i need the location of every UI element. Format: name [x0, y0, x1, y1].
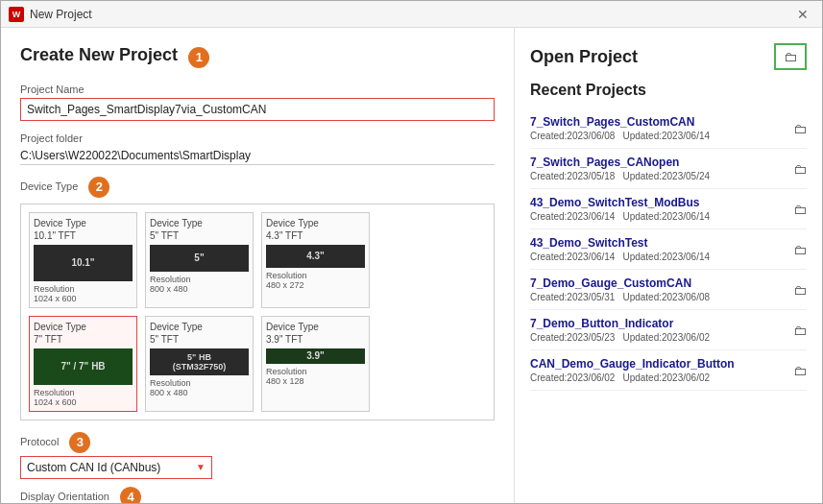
protocol-dropdown[interactable]: Custom CAN Id (CANbus) ▼ — [20, 456, 212, 479]
project-item[interactable]: 7_Switch_Pages_CANopen Created:2023/05/1… — [530, 149, 807, 189]
project-folder-group: Project folder — [20, 132, 495, 165]
device-type-group: Device Type 2 Device Type10.1" TFT 10.1"… — [20, 177, 495, 420]
project-item[interactable]: CAN_Demo_Gauge_Indicator_Button Created:… — [530, 350, 807, 391]
project-updated: Updated:2023/06/08 — [622, 292, 710, 302]
left-panel: Create New Project 1 Project Name Projec… — [1, 28, 515, 503]
project-updated: Updated:2023/05/24 — [622, 171, 710, 181]
projects-list: 7_Switch_Pages_CustomCAN Created:2023/06… — [530, 108, 807, 391]
create-title: Create New Project — [20, 45, 178, 64]
protocol-label: Protocol 3 — [20, 432, 495, 453]
device-card-43[interactable]: Device Type4.3" TFT 4.3" Resolution480 x… — [261, 212, 370, 308]
project-info: 7_Switch_Pages_CustomCAN Created:2023/06… — [530, 115, 786, 141]
open-project-title: Open Project — [530, 47, 638, 67]
project-updated: Updated:2023/06/14 — [622, 252, 710, 262]
project-created: Created:2023/05/18 — [530, 171, 615, 181]
badge-3: 3 — [69, 432, 90, 453]
project-name: 7_Demo_Gauge_CustomCAN — [530, 276, 786, 290]
project-name-input[interactable] — [20, 98, 495, 121]
project-item[interactable]: 43_Demo_SwitchTest Created:2023/06/14 Up… — [530, 229, 807, 270]
project-updated: Updated:2023/06/14 — [622, 131, 710, 141]
project-info: 43_Demo_SwitchTest_ModBus Created:2023/0… — [530, 196, 786, 222]
badge-4: 4 — [120, 487, 141, 503]
main-window: W New Project ✕ Create New Project 1 Pro… — [0, 0, 823, 504]
create-header: Create New Project 1 — [20, 45, 495, 68]
project-folder-icon: 🗀 — [793, 323, 807, 338]
project-folder-input[interactable] — [20, 147, 495, 165]
project-name: CAN_Demo_Gauge_Indicator_Button — [530, 357, 786, 371]
device-card-7[interactable]: Device Type7" TFT 7" / 7" HB Resolution1… — [29, 316, 137, 412]
project-meta: Created:2023/06/08 Updated:2023/06/14 — [530, 131, 786, 141]
project-updated: Updated:2023/06/02 — [622, 332, 710, 343]
project-meta: Created:2023/06/14 Updated:2023/06/14 — [530, 211, 786, 222]
project-name-label: Project Name — [20, 84, 495, 95]
project-name: 7_Switch_Pages_CustomCAN — [530, 115, 786, 129]
project-updated: Updated:2023/06/02 — [622, 372, 710, 383]
protocol-group: Protocol 3 Custom CAN Id (CANbus) ▼ — [20, 432, 495, 479]
project-meta: Created:2023/05/23 Updated:2023/06/02 — [530, 332, 786, 343]
main-content: Create New Project 1 Project Name Projec… — [1, 28, 822, 503]
project-created: Created:2023/05/23 — [530, 332, 615, 343]
project-created: Created:2023/06/08 — [530, 131, 615, 141]
project-folder-icon: 🗀 — [793, 282, 807, 298]
project-item[interactable]: 7_Switch_Pages_CustomCAN Created:2023/06… — [530, 108, 807, 149]
project-created: Created:2023/06/14 — [530, 211, 615, 222]
recent-projects-label: Recent Projects — [530, 82, 807, 99]
folder-icon: 🗀 — [784, 49, 797, 64]
window-title: New Project — [30, 8, 92, 21]
protocol-dropdown-arrow: ▼ — [196, 462, 206, 472]
project-folder-icon: 🗀 — [793, 242, 807, 257]
project-item[interactable]: 7_Demo_Button_Indicator Created:2023/05/… — [530, 310, 807, 350]
project-info: 7_Demo_Button_Indicator Created:2023/05/… — [530, 317, 786, 343]
app-logo: W — [9, 7, 24, 22]
device-grid: Device Type10.1" TFT 10.1" Resolution102… — [20, 204, 495, 420]
project-info: 7_Demo_Gauge_CustomCAN Created:2023/05/3… — [530, 276, 786, 302]
project-name: 43_Demo_SwitchTest_ModBus — [530, 196, 786, 209]
project-created: Created:2023/06/02 — [530, 372, 615, 383]
device-card-5[interactable]: Device Type5" TFT 5" Resolution800 x 480 — [145, 212, 254, 308]
device-card-5hb[interactable]: Device Type5" TFT 5" HB(STM32F750) Resol… — [145, 316, 254, 412]
badge-1: 1 — [188, 47, 209, 68]
project-item[interactable]: 43_Demo_SwitchTest_ModBus Created:2023/0… — [530, 189, 807, 229]
orientation-label: Display Orientation 4 — [20, 487, 495, 503]
project-item[interactable]: 7_Demo_Gauge_CustomCAN Created:2023/05/3… — [530, 270, 807, 310]
project-folder-label: Project folder — [20, 132, 495, 144]
orientation-group: Display Orientation 4 Landscape ▼ — [20, 487, 495, 503]
project-meta: Created:2023/06/14 Updated:2023/06/14 — [530, 252, 786, 262]
project-info: 43_Demo_SwitchTest Created:2023/06/14 Up… — [530, 236, 786, 262]
project-created: Created:2023/06/14 — [530, 252, 615, 262]
project-meta: Created:2023/05/18 Updated:2023/05/24 — [530, 171, 786, 181]
titlebar-left: W New Project — [9, 7, 92, 22]
project-folder-icon: 🗀 — [793, 363, 807, 378]
titlebar: W New Project ✕ — [1, 1, 822, 28]
project-folder-icon: 🗀 — [793, 161, 807, 177]
project-name: 43_Demo_SwitchTest — [530, 236, 786, 250]
project-meta: Created:2023/05/31 Updated:2023/06/08 — [530, 292, 786, 302]
project-folder-icon: 🗀 — [793, 202, 807, 217]
right-header: Open Project 🗀 — [530, 43, 807, 70]
project-name: 7_Demo_Button_Indicator — [530, 317, 786, 330]
project-info: CAN_Demo_Gauge_Indicator_Button Created:… — [530, 357, 786, 383]
device-card-101[interactable]: Device Type10.1" TFT 10.1" Resolution102… — [29, 212, 137, 308]
device-type-label: Device Type 2 — [20, 177, 495, 198]
close-button[interactable]: ✕ — [791, 5, 814, 24]
right-panel: Open Project 🗀 Recent Projects 7_Switch_… — [515, 28, 822, 503]
project-created: Created:2023/05/31 — [530, 292, 615, 302]
project-info: 7_Switch_Pages_CANopen Created:2023/05/1… — [530, 156, 786, 181]
device-card-39[interactable]: Device Type3.9" TFT 3.9" Resolution480 x… — [261, 316, 370, 412]
project-updated: Updated:2023/06/14 — [622, 211, 710, 222]
project-meta: Created:2023/06/02 Updated:2023/06/02 — [530, 372, 786, 383]
badge-2: 2 — [88, 177, 109, 198]
project-folder-icon: 🗀 — [793, 121, 807, 136]
project-name: 7_Switch_Pages_CANopen — [530, 156, 786, 169]
open-folder-button[interactable]: 🗀 — [774, 43, 807, 70]
project-name-group: Project Name — [20, 84, 495, 121]
